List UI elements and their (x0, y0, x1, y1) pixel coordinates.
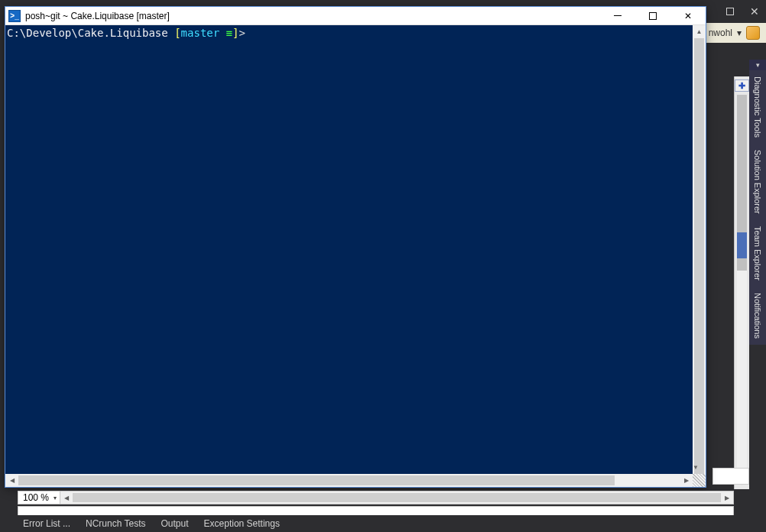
close-icon: ✕ (684, 11, 692, 21)
vs-account-strip[interactable]: nwohl ▾ (703, 23, 766, 43)
powershell-titlebar[interactable]: >_ posh~git ~ Cake.Liquibase [master] ✕ (5, 7, 706, 25)
scroll-marker (737, 232, 747, 258)
maximize-icon (726, 8, 734, 15)
scroll-right-icon[interactable]: ▶ (680, 477, 693, 484)
vs-editor-strip (712, 468, 749, 485)
scroll-up-icon[interactable]: ▲ (693, 25, 706, 38)
maximize-icon (649, 12, 657, 20)
minimize-icon (614, 15, 622, 16)
scroll-track[interactable] (737, 95, 747, 477)
scroll-track[interactable] (693, 38, 706, 461)
vs-system-buttons: ✕ (725, 0, 766, 23)
tab-notifications[interactable]: Notifications (751, 287, 764, 345)
powershell-maximize-button[interactable] (635, 7, 670, 25)
tab-team-explorer[interactable]: Team Explorer (751, 220, 764, 287)
zoom-value: 100 % (23, 492, 49, 503)
scroll-track[interactable] (18, 474, 680, 487)
vs-right-sidebar: ▾ Diagnostic Tools Solution Explorer Tea… (749, 60, 766, 345)
resize-grip-icon[interactable] (693, 474, 706, 487)
scroll-left-icon[interactable]: ◀ (60, 491, 73, 504)
split-editor-icon[interactable]: ✚ (735, 79, 749, 92)
powershell-horizontal-scrollbar[interactable]: ◀ ▶ (5, 474, 706, 487)
sidebar-overflow-button[interactable]: ▾ (749, 60, 766, 70)
scroll-left-icon[interactable]: ◀ (5, 477, 18, 484)
tab-output[interactable]: Output (154, 516, 196, 531)
scroll-thumb[interactable] (18, 475, 615, 485)
scroll-thumb[interactable] (73, 493, 721, 502)
vs-account-name: nwohl (709, 28, 732, 38)
tab-error-list[interactable]: Error List ... (15, 516, 78, 531)
tab-exception-settings[interactable]: Exception Settings (196, 516, 287, 531)
vs-editor-bottom-bar: 100 % ▾ ◀ ▶ (18, 491, 734, 504)
tab-diagnostic-tools[interactable]: Diagnostic Tools (751, 70, 764, 144)
caret-down-icon: ▾ (54, 495, 57, 501)
powershell-close-button[interactable]: ✕ (670, 7, 706, 25)
vs-maximize-button[interactable] (725, 6, 735, 17)
tab-ncrunch-tests[interactable]: NCrunch Tests (78, 516, 153, 531)
caret-down-icon: ▾ (737, 28, 742, 38)
vs-editor-vertical-scrollbar[interactable]: ✚ ▲ ▼ (734, 76, 749, 489)
powershell-window: >_ posh~git ~ Cake.Liquibase [master] ✕ … (5, 6, 706, 488)
powershell-terminal[interactable]: C:\Develop\Cake.Liquibase [master ≡]> (5, 25, 706, 487)
close-icon: ✕ (750, 6, 759, 17)
scroll-down-icon[interactable]: ▼ (693, 461, 699, 474)
zoom-combobox[interactable]: 100 % ▾ (18, 491, 60, 504)
user-avatar-icon (746, 26, 760, 40)
scroll-right-icon[interactable]: ▶ (721, 491, 733, 504)
powershell-system-buttons: ✕ (600, 7, 706, 25)
powershell-title: posh~git ~ Cake.Liquibase [master] (25, 11, 600, 21)
powershell-minimize-button[interactable] (600, 7, 635, 25)
powershell-icon: >_ (8, 10, 21, 22)
tab-solution-explorer[interactable]: Solution Explorer (751, 144, 764, 220)
vs-editor-horizontal-scrollbar[interactable]: ◀ ▶ (60, 491, 733, 504)
scroll-thumb[interactable] (694, 38, 704, 474)
powershell-vertical-scrollbar[interactable]: ▲ ▼ (693, 25, 706, 474)
vs-tool-window-tabs: Error List ... NCrunch Tests Output Exce… (15, 515, 766, 532)
powershell-prompt-line: C:\Develop\Cake.Liquibase [master ≡]> (7, 27, 245, 39)
vs-close-button[interactable]: ✕ (749, 6, 760, 17)
